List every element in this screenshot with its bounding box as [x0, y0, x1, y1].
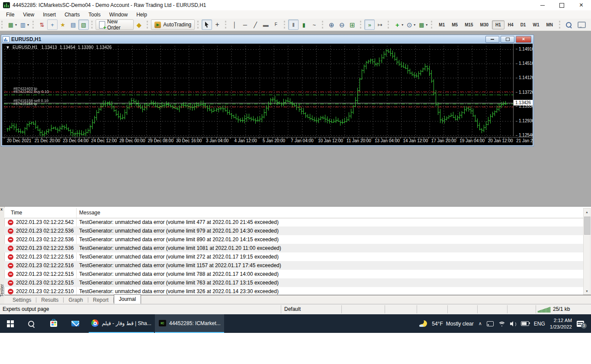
weather-icon[interactable] [421, 320, 427, 327]
indicators-button[interactable]: + [392, 19, 402, 30]
strategy-tester-button[interactable]: ▧ [78, 19, 89, 30]
auto-scroll-button[interactable]: » [364, 19, 375, 30]
new-order-button[interactable]: New Order [96, 19, 134, 30]
navigator-button[interactable]: ★ [58, 19, 68, 30]
chart-restore-button[interactable] [501, 36, 514, 43]
notification-icon[interactable]: 3 [577, 321, 584, 327]
table-row[interactable]: 2022.01.23 02:12:22.516TestGenerator: un… [4, 261, 583, 270]
wifi-icon[interactable] [498, 321, 505, 326]
menu-file[interactable]: File [2, 11, 19, 19]
timeframe-h4[interactable]: H4 [504, 20, 517, 29]
terminal-button[interactable]: ▤ [68, 19, 78, 30]
mail-button[interactable] [65, 314, 86, 333]
crosshair-button[interactable]: + [212, 19, 222, 30]
taskbar-search-button[interactable] [21, 314, 42, 333]
new-chart-button[interactable]: ▦ [6, 19, 16, 30]
statusbar-profile[interactable]: Default [284, 306, 301, 312]
channel-button[interactable]: ▬ [260, 19, 271, 30]
battery-icon[interactable] [521, 321, 529, 326]
minimize-button[interactable] [533, 0, 552, 10]
timeframe-m5[interactable]: M5 [448, 20, 461, 29]
timeframe-h1[interactable]: H1 [492, 20, 504, 29]
chart-window-titlebar[interactable]: EURUSD,H1 × [1, 35, 533, 43]
periods-button[interactable]: ⊙ [404, 19, 414, 30]
line-chart-button[interactable]: ~ [309, 19, 319, 30]
market-watch-button[interactable]: ⇅ [37, 19, 47, 30]
vertical-line-button[interactable]: │ [229, 19, 240, 30]
maximize-button[interactable] [552, 0, 572, 10]
scrollbar-thumb[interactable] [584, 217, 591, 235]
candlestick-chart-button[interactable]: ▮ [299, 19, 309, 30]
chart-canvas[interactable] [4, 46, 513, 137]
start-button[interactable] [0, 314, 21, 333]
table-row[interactable]: 2022.01.23 02:12:22.536TestGenerator: un… [4, 227, 583, 235]
menu-charts[interactable]: Charts [60, 11, 84, 19]
chart-minimize-button[interactable] [485, 36, 499, 43]
tab-report[interactable]: Report [88, 296, 113, 304]
column-header-message[interactable]: Message [79, 210, 100, 216]
language-indicator[interactable]: ENG [534, 321, 545, 327]
column-header-time[interactable]: Time [11, 210, 22, 216]
menu-insert[interactable]: Insert [39, 11, 60, 19]
horizontal-line-button[interactable]: ─ [240, 19, 250, 30]
tab-settings[interactable]: Settings [8, 296, 36, 304]
chart-shift-button[interactable]: ↦ [375, 19, 385, 30]
cursor-button[interactable] [202, 19, 212, 30]
timeframe-w1[interactable]: W1 [529, 20, 543, 29]
chat-button[interactable] [576, 19, 587, 30]
menu-view[interactable]: View [19, 11, 39, 19]
menu-help[interactable]: Help [132, 11, 151, 19]
task-chrome[interactable]: قط وفار - فيلم | Sha... [89, 314, 154, 333]
chevron-down-icon[interactable]: ▾ [27, 23, 29, 27]
tile-windows-button[interactable]: ⊞ [347, 19, 357, 30]
chevron-down-icon[interactable]: ▾ [426, 23, 427, 27]
chevron-down-icon[interactable]: ▾ [401, 23, 403, 27]
cast-icon[interactable] [487, 321, 494, 326]
chart-area[interactable]: ▼EURUSD,H1 1.134131.134541.133901.13426 … [2, 44, 533, 145]
triangle-down-icon[interactable]: ▼ [6, 45, 10, 50]
table-row[interactable]: 2022.01.23 02:12:22.515TestGenerator: un… [4, 278, 583, 287]
menu-window[interactable]: Window [105, 11, 132, 19]
autotrading-button[interactable]: ▶AutoTrading [151, 19, 195, 30]
tab-graph[interactable]: Graph [64, 296, 87, 304]
task-mt4[interactable]: IC 44452285: ICMarket... [155, 314, 224, 333]
data-window-button[interactable]: + [47, 19, 58, 30]
chevron-down-icon[interactable]: ▾ [414, 23, 415, 27]
scripts-button[interactable]: ◆ [134, 19, 144, 30]
search-button[interactable] [563, 19, 574, 30]
table-row[interactable]: 2022.01.23 02:12:22.542TestGenerator: un… [4, 218, 583, 227]
chevron-down-icon[interactable]: ▾ [15, 23, 17, 27]
scroll-down-icon[interactable]: ▼ [584, 287, 590, 294]
scroll-up-icon[interactable]: ▲ [584, 208, 590, 215]
timeframe-mn[interactable]: MN [543, 20, 556, 29]
table-row[interactable]: 2022.01.23 02:12:22.516TestGenerator: un… [4, 252, 583, 261]
weather-temp[interactable]: 54°F [432, 321, 443, 327]
timeframe-m15[interactable]: M15 [461, 20, 476, 29]
close-panel-icon[interactable]: x [0, 208, 3, 211]
templates-button[interactable]: ▩ [416, 19, 427, 30]
trendline-button[interactable]: ╱ [250, 19, 260, 30]
timeframe-m1[interactable]: M1 [435, 20, 448, 29]
zoom-out-button[interactable]: ⊖ [337, 19, 347, 30]
table-row[interactable]: 2022.01.23 02:12:22.536TestGenerator: un… [4, 235, 583, 244]
timeframe-m30[interactable]: M30 [477, 20, 492, 29]
tab-results[interactable]: Results [36, 296, 63, 304]
taskbar-clock[interactable]: 2:12 AM 1/23/2022 [550, 317, 572, 330]
bar-chart-button[interactable]: ‖ [288, 19, 299, 30]
chart-close-button[interactable]: × [516, 36, 531, 43]
fibonacci-button[interactable]: F [271, 19, 281, 30]
zoom-in-button[interactable]: ⊕ [326, 19, 337, 30]
store-button[interactable] [43, 314, 64, 333]
table-row[interactable]: 2022.01.23 02:12:22.515TestGenerator: un… [4, 270, 583, 278]
close-button[interactable]: × [572, 0, 591, 10]
speaker-icon[interactable] [510, 321, 516, 326]
table-row[interactable]: 2022.01.23 02:12:22.510TestGenerator: un… [4, 287, 583, 295]
menu-tools[interactable]: Tools [84, 11, 105, 19]
table-row[interactable]: 2022.01.23 02:12:22.536TestGenerator: un… [4, 244, 583, 252]
profiles-button[interactable]: ▥ [18, 19, 28, 30]
tab-journal[interactable]: Journal [114, 294, 141, 304]
timeframe-d1[interactable]: D1 [517, 20, 530, 29]
weather-desc[interactable]: Mostly clear [446, 321, 474, 327]
tray-expand-icon[interactable]: ∧ [479, 321, 482, 326]
journal-scrollbar[interactable]: ▲ ▼ [583, 208, 591, 295]
